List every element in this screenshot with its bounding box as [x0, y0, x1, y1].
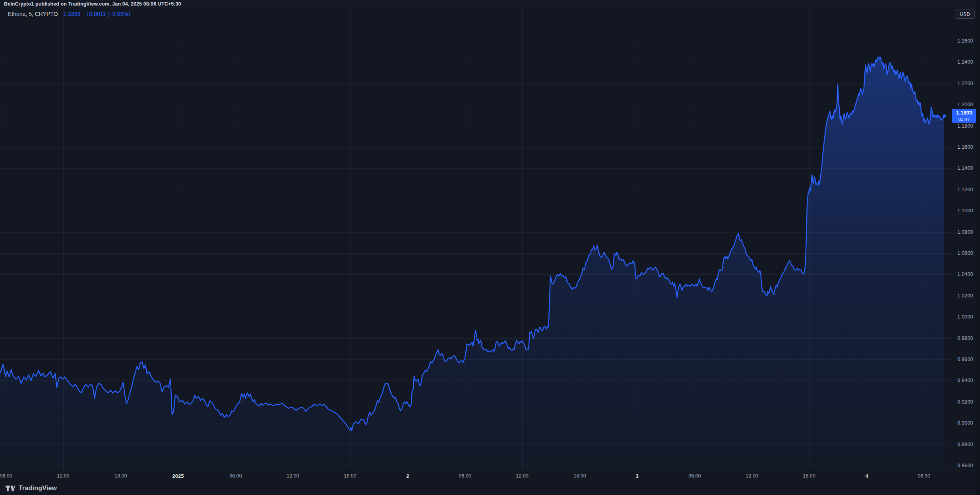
time-tick-label: 18:00	[108, 473, 134, 479]
price-tick-label: 1.0400	[957, 271, 973, 277]
chart-pane[interactable]	[0, 0, 980, 495]
currency-toggle-button[interactable]: USD	[955, 10, 975, 19]
time-tick-label: 18:00	[796, 473, 822, 479]
attribution-text: BeInCrypto1 published on TradingView.com…	[4, 1, 181, 7]
attribution-bar: BeInCrypto1 published on TradingView.com…	[0, 0, 980, 8]
price-tick-label: 0.8600	[957, 462, 973, 468]
price-tick-label: 1.2400	[957, 59, 973, 65]
legend-change: +0.0011 (+0.09%)	[86, 11, 130, 17]
time-tick-label: 06:00	[223, 473, 248, 479]
price-tick-label: 0.9600	[957, 356, 973, 362]
price-tick-label: 0.9000	[957, 420, 973, 426]
price-tick-label: 0.9200	[957, 399, 973, 405]
time-tick-label: 12:00	[739, 473, 765, 479]
price-scale[interactable]: 1.26001.24001.22001.20001.18001.16001.14…	[952, 8, 980, 481]
tradingview-logo-text[interactable]: TradingView	[19, 485, 57, 492]
time-tick-label: 06:00	[452, 473, 478, 479]
last-point-dot	[943, 115, 946, 118]
legend-last-price: 1.1893	[64, 11, 81, 17]
symbol-legend: Ethena, 5, CRYPTO 1.1893 +0.0011 (+0.09%…	[8, 11, 130, 17]
price-tick-label: 0.9800	[957, 335, 973, 341]
price-tick-label: 1.2200	[957, 80, 973, 86]
badge-countdown: 03:47	[959, 116, 970, 122]
time-tick-label: 12:00	[50, 473, 76, 479]
time-tick-label: 18:00	[337, 473, 363, 479]
price-tick-label: 1.0000	[957, 314, 973, 320]
time-tick-label: 2025	[165, 473, 191, 479]
price-tick-label: 1.1400	[957, 165, 973, 171]
last-price-badge: 1.1893 03:47	[952, 109, 976, 123]
area-fill	[0, 57, 944, 470]
symbol-title[interactable]: Ethena, 5, CRYPTO	[8, 11, 58, 17]
time-tick-label: 3	[624, 473, 650, 479]
price-tick-label: 1.2000	[957, 101, 973, 107]
price-tick-label: 1.0600	[957, 250, 973, 256]
price-tick-label: 1.1800	[957, 123, 973, 129]
price-tick-label: 1.2600	[957, 38, 973, 44]
time-tick-label: 4	[854, 473, 879, 479]
time-tick-label: 06:00	[0, 473, 19, 479]
currency-toggle-label: USD	[960, 12, 970, 17]
tradingview-chart-widget: BeInCrypto1 published on TradingView.com…	[0, 0, 980, 495]
badge-price: 1.1893	[956, 110, 972, 116]
time-tick-label: 18:00	[567, 473, 593, 479]
time-tick-label: 06:00	[682, 473, 707, 479]
price-tick-label: 1.0200	[957, 293, 973, 299]
time-tick-label: 06:00	[911, 473, 937, 479]
time-tick-label: 12:00	[280, 473, 306, 479]
price-tick-label: 1.1200	[957, 186, 973, 192]
time-tick-label: 12:00	[509, 473, 535, 479]
tradingview-icon	[5, 484, 15, 493]
price-tick-label: 0.9400	[957, 377, 973, 383]
time-scale[interactable]: 06:0012:0018:00202506:0012:0018:00206:00…	[0, 470, 980, 481]
time-tick-label: 2	[395, 473, 420, 479]
right-edge-gutter	[976, 0, 980, 495]
price-tick-label: 1.1600	[957, 144, 973, 150]
footer-bar: TradingView	[0, 481, 980, 495]
price-tick-label: 0.8800	[957, 441, 973, 447]
price-tick-label: 1.1000	[957, 208, 973, 214]
price-tick-label: 1.0800	[957, 229, 973, 235]
